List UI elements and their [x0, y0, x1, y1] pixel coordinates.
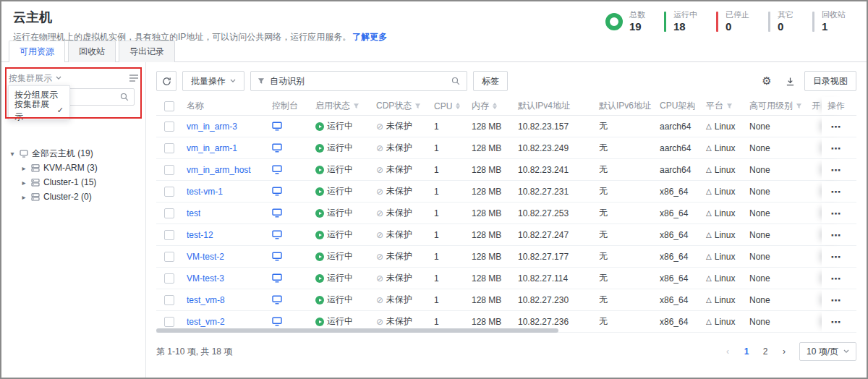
row-checkbox[interactable] [164, 208, 174, 218]
display-mode-dropdown[interactable]: 按集群展示 [9, 72, 61, 85]
row-checkbox[interactable] [164, 295, 174, 305]
running-status-icon [315, 318, 324, 326]
vm-name-link[interactable]: vm_in_arm-1 [187, 143, 237, 153]
arch-cell: aarch64 [655, 122, 702, 132]
tree-item[interactable]: ▸ KVM-ARM (3) [1, 161, 145, 175]
more-actions-button[interactable]: ⋯ [831, 294, 842, 306]
more-actions-button[interactable]: ⋯ [831, 142, 842, 154]
select-all-checkbox[interactable] [164, 101, 174, 111]
memory-cell: 128 MB [467, 230, 514, 240]
sort-icon[interactable] [456, 103, 460, 109]
console-icon[interactable] [272, 122, 282, 131]
row-checkbox[interactable] [164, 317, 174, 327]
display-mode-option[interactable]: 按集群展示 ✓ [9, 103, 69, 118]
page-number-button[interactable]: 1 [739, 344, 754, 359]
sort-icon[interactable] [493, 103, 497, 109]
actions-cell: ⋯ [822, 181, 851, 202]
stat-label: 运行中 [673, 10, 697, 20]
checkbox-cell [156, 317, 182, 327]
horizontal-scrollbar[interactable] [156, 328, 558, 333]
console-icon[interactable] [272, 317, 282, 326]
batch-actions-button[interactable]: 批量操作 [182, 71, 244, 91]
status-text: 运行中 [327, 294, 353, 306]
checkbox-cell [156, 187, 182, 197]
filter-icon[interactable] [796, 103, 802, 109]
vm-name-link[interactable]: vm_in_arm-3 [187, 122, 237, 132]
directory-view-button[interactable]: 目录视图 [804, 71, 856, 91]
cdp-text: 未保护 [386, 315, 412, 328]
ipv4-cell: 10.82.23.241 [514, 165, 595, 175]
more-actions-button[interactable]: ⋯ [831, 208, 842, 219]
row-checkbox[interactable] [164, 252, 174, 262]
more-actions-button[interactable]: ⋯ [831, 229, 842, 241]
more-actions-button[interactable]: ⋯ [831, 316, 842, 328]
header-ha: 高可用级别 [745, 100, 812, 112]
status-cell: 运行中 [311, 272, 372, 284]
tab[interactable]: 回收站 [68, 41, 116, 62]
platform-text: Linux [715, 273, 736, 284]
page-size-select[interactable]: 10 项/页 [799, 342, 856, 361]
refresh-button[interactable] [156, 71, 176, 91]
row-checkbox[interactable] [164, 273, 174, 284]
console-icon[interactable] [272, 273, 282, 283]
more-actions-button[interactable]: ⋯ [831, 273, 842, 284]
tree-item-label: Cluster-2 (0) [43, 192, 92, 202]
row-checkbox[interactable] [164, 122, 174, 132]
more-actions-button[interactable]: ⋯ [831, 251, 842, 263]
filter-icon[interactable] [353, 103, 359, 109]
tab[interactable]: 导出记录 [119, 41, 175, 62]
pagination-pages: 1 2 [739, 344, 773, 359]
prev-page-button[interactable]: ‹ [720, 344, 736, 359]
ha-cell: None [745, 165, 812, 175]
console-cell [263, 187, 311, 196]
console-icon[interactable] [272, 208, 282, 218]
tree-caret-icon[interactable]: ▸ [20, 193, 27, 201]
tag-button[interactable]: 标签 [473, 71, 508, 91]
tree-caret-icon[interactable]: ▾ [9, 150, 16, 158]
console-icon[interactable] [272, 230, 282, 239]
tab[interactable]: 可用资源 [9, 41, 65, 62]
page-number-button[interactable]: 2 [757, 344, 773, 359]
console-icon[interactable] [272, 252, 282, 261]
ipv4-cell: 10.82.23.249 [514, 143, 595, 153]
row-checkbox[interactable] [164, 230, 174, 240]
vm-name-link[interactable]: test-vm-1 [187, 187, 223, 197]
export-button[interactable] [781, 72, 799, 90]
more-actions-button[interactable]: ⋯ [831, 186, 842, 197]
checkbox-cell [156, 165, 182, 175]
vm-name-link[interactable]: VM-test-2 [187, 252, 224, 262]
tree-caret-icon[interactable]: ▸ [20, 164, 27, 172]
stat-value: 1 [822, 20, 846, 33]
vm-name-link[interactable]: vm_in_arm_host [187, 165, 251, 175]
platform-text: Linux [715, 165, 736, 175]
vm-name-link[interactable]: VM-test-3 [187, 273, 224, 284]
cdp-cell: ⊘未保护 [372, 163, 430, 176]
tree-item[interactable]: ▸ Cluster-1 (15) [1, 175, 145, 190]
more-actions-button[interactable]: ⋯ [831, 121, 842, 132]
console-icon[interactable] [272, 165, 282, 174]
vm-name-link[interactable]: test_vm-8 [187, 295, 225, 305]
tree-item[interactable]: ▾ 全部云主机 (19) [1, 146, 145, 161]
table-search-input[interactable]: 自动识别 [250, 71, 467, 91]
stat-item: 其它 0 [759, 10, 803, 33]
console-icon[interactable] [272, 187, 282, 196]
row-checkbox[interactable] [164, 165, 174, 175]
vm-name-link[interactable]: test-12 [187, 230, 213, 240]
tree-caret-icon[interactable]: ▸ [20, 179, 27, 187]
list-view-toggle-icon[interactable] [129, 74, 138, 82]
console-icon[interactable] [272, 295, 282, 305]
console-cell [263, 295, 311, 305]
row-checkbox[interactable] [164, 143, 174, 153]
filter-icon[interactable] [414, 103, 421, 109]
linux-platform-icon: △ [706, 296, 712, 304]
filter-icon[interactable] [726, 103, 733, 109]
next-page-button[interactable]: › [776, 344, 792, 359]
row-checkbox[interactable] [164, 187, 174, 197]
settings-button[interactable]: ⚙ [758, 72, 775, 90]
more-actions-button[interactable]: ⋯ [831, 164, 842, 176]
tree-item[interactable]: ▸ Cluster-2 (0) [1, 190, 145, 204]
vm-name-link[interactable]: test [187, 208, 200, 218]
console-icon[interactable] [272, 143, 282, 153]
vm-name-link[interactable]: test_vm-2 [187, 317, 225, 327]
learn-more-link[interactable]: 了解更多 [352, 32, 387, 42]
